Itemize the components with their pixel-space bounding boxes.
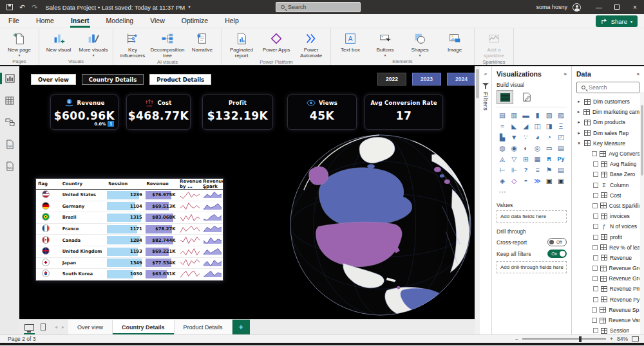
table-row[interactable]: Germany1104$69.513K <box>36 201 223 213</box>
new-visual-button[interactable]: New visual <box>42 30 75 53</box>
shapes-button[interactable]: Shapes▾ <box>403 30 437 57</box>
page-tab-country-details[interactable]: Country Details <box>113 320 175 334</box>
restore-button[interactable] <box>608 0 626 14</box>
expand-filters-icon[interactable]: « <box>484 71 487 77</box>
measure-cost-sparkline[interactable]: Cost Sparkline <box>576 201 639 211</box>
collapse-data-icon[interactable]: » <box>637 71 639 77</box>
matrix-visual-icon[interactable]: ▦ <box>531 154 543 164</box>
treemap-visual-icon[interactable]: ◰ <box>555 132 567 142</box>
key-influencers-button[interactable]: Key influencers <box>116 30 149 59</box>
100-stacked-column-visual-icon[interactable]: ▨ <box>555 110 567 120</box>
narrative-button[interactable]: Narrative <box>185 30 219 53</box>
table-row[interactable]: Canada1284$82.744K <box>36 235 223 246</box>
field-checkbox[interactable] <box>592 266 598 271</box>
measure-avg-rating[interactable]: Avg Rating <box>576 159 639 169</box>
card-visual-icon[interactable]: ▭ <box>544 143 555 153</box>
year-2022-button[interactable]: 2022 <box>377 73 406 86</box>
new-page-button[interactable]: New page▾ <box>3 30 36 57</box>
measure-n-of-voices[interactable]: ƒN of voices <box>576 221 639 232</box>
custom-visual-2-visual-icon[interactable]: ▣ <box>555 176 567 186</box>
power-automate-button[interactable]: Power Automate <box>294 30 328 59</box>
collapse-visualizations-icon[interactable]: » <box>564 71 567 77</box>
year-2023-button[interactable]: 2023 <box>412 73 441 86</box>
field-checkbox[interactable] <box>593 224 598 229</box>
field-checkbox[interactable] <box>592 307 597 313</box>
table-header-revenue-spark[interactable]: Revenue Spark▼ <box>201 179 223 189</box>
table-row[interactable]: United States1239$76.975K <box>36 190 223 201</box>
table-view-button[interactable] <box>0 93 19 107</box>
desktop-layout-button[interactable] <box>24 324 34 331</box>
title-dropdown-icon[interactable]: ▾ <box>188 5 191 10</box>
line-clustered-column-visual-icon[interactable]: ◨ <box>544 121 555 131</box>
measure-revenue-py[interactable]: Revenue Py <box>576 295 639 305</box>
menu-modeling[interactable]: Modeling <box>98 14 142 28</box>
data-table-dim-marketing-camp[interactable]: ▸Dim marketing camp... <box>576 107 639 117</box>
menu-help[interactable]: Help <box>216 14 247 28</box>
key-influencers-visual-icon[interactable]: ⊢ <box>497 165 508 175</box>
qa-visual-icon[interactable]: ? <box>520 165 531 175</box>
next-page-arrow[interactable]: ▸ <box>62 324 64 330</box>
field-checkbox[interactable] <box>593 328 598 333</box>
waterfall-visual-icon[interactable]: ▙ <box>497 132 508 142</box>
clustered-bar-visual-icon[interactable]: ▬ <box>520 110 531 120</box>
data-table-dim-sales-rep[interactable]: ▸Dim sales Rep <box>576 128 639 138</box>
table-row[interactable]: United Kingdom1193$69.221K <box>36 246 223 258</box>
dash-nav-overview[interactable]: Over view <box>31 74 76 85</box>
multi-row-card-visual-icon[interactable]: ▤ <box>555 143 567 153</box>
table-header-flag[interactable]: flag <box>36 181 61 187</box>
menu-file[interactable]: File <box>0 14 28 28</box>
measure-profit[interactable]: profit <box>576 232 639 242</box>
menu-insert[interactable]: Insert <box>62 14 98 28</box>
field-checkbox[interactable] <box>593 235 598 240</box>
undo-icon[interactable]: ↶ <box>19 0 25 14</box>
dax-query-view-button[interactable]: DAX <box>0 137 19 151</box>
model-view-button[interactable] <box>0 115 19 129</box>
country-table-visual[interactable]: flagCountrySessionRevenueRevenue by ...R… <box>35 178 223 281</box>
data-pane-scrollbar[interactable] <box>640 92 644 334</box>
drill-through-field-well[interactable]: Add drill-through fields here <box>497 261 567 273</box>
field-checkbox[interactable] <box>592 318 597 323</box>
pie-visual-icon[interactable]: ◕ <box>531 132 543 142</box>
page-tab-product-details[interactable]: Product Details <box>175 320 232 334</box>
field-checkbox[interactable] <box>593 172 598 177</box>
mobile-layout-button[interactable] <box>41 323 46 331</box>
more-options-visual-icon[interactable]: ⋯ <box>497 187 508 197</box>
kpi-card-avg-conversion-rate[interactable]: Avg Conversion Rate 17 <box>365 95 443 130</box>
prev-page-arrow[interactable]: ◂ <box>55 324 57 330</box>
globe-visual[interactable] <box>285 129 475 319</box>
measure-revenue[interactable]: Revenue <box>576 253 639 263</box>
save-icon[interactable] <box>6 4 13 10</box>
data-search-input[interactable]: Search <box>576 82 639 93</box>
canvas-scrollbar[interactable] <box>475 66 480 334</box>
filled-map-visual-icon[interactable]: ◉ <box>508 143 520 153</box>
field-checkbox[interactable] <box>593 183 598 188</box>
zoom-in-button[interactable]: + <box>610 336 613 342</box>
donut-visual-icon[interactable]: ◔ <box>544 132 555 142</box>
ribbon-visual-icon[interactable]: Ξ <box>555 121 567 131</box>
power-automate-visual-icon[interactable]: ≫ <box>531 176 543 186</box>
clustered-column-visual-icon[interactable]: ▮ <box>531 110 543 120</box>
data-table-dim-customers[interactable]: ▸Dim customers <box>576 96 639 107</box>
line-visual-icon[interactable]: ≈ <box>497 121 508 131</box>
values-field-well[interactable]: Add data fields here <box>497 210 567 223</box>
data-table-dim-products[interactable]: ▸Dim products <box>576 117 639 127</box>
minimize-button[interactable]: — <box>590 0 608 14</box>
table-header-revenue[interactable]: Revenue <box>144 181 178 187</box>
kpi-card-profit[interactable]: Profit $132.19K <box>202 95 273 130</box>
measure-revenue-spark[interactable]: Revenue Spark <box>576 305 639 315</box>
field-checkbox[interactable] <box>592 151 597 156</box>
gauge-visual-icon[interactable]: ◓ <box>520 176 531 186</box>
cross-report-toggle[interactable]: Off <box>547 238 567 246</box>
python-visual-icon[interactable]: Py <box>555 154 567 164</box>
decomposition-tree-button[interactable]: Decomposition tree <box>151 30 184 59</box>
page-tab-overview[interactable]: Over view <box>68 320 113 334</box>
dash-nav-product-details[interactable]: Product Details <box>149 74 211 85</box>
user-avatar[interactable] <box>573 3 581 12</box>
keep-all-filters-toggle[interactable]: On <box>547 250 567 258</box>
more-visuals-button[interactable]: More visuals▾ <box>77 30 110 57</box>
year-2024-button[interactable]: 2024 <box>447 73 475 86</box>
build-visual-tab[interactable] <box>497 90 513 104</box>
measure-avg-conversio[interactable]: Avg Conversio... <box>576 149 639 159</box>
fit-to-page-icon[interactable] <box>632 336 639 341</box>
field-checkbox[interactable] <box>593 193 598 198</box>
